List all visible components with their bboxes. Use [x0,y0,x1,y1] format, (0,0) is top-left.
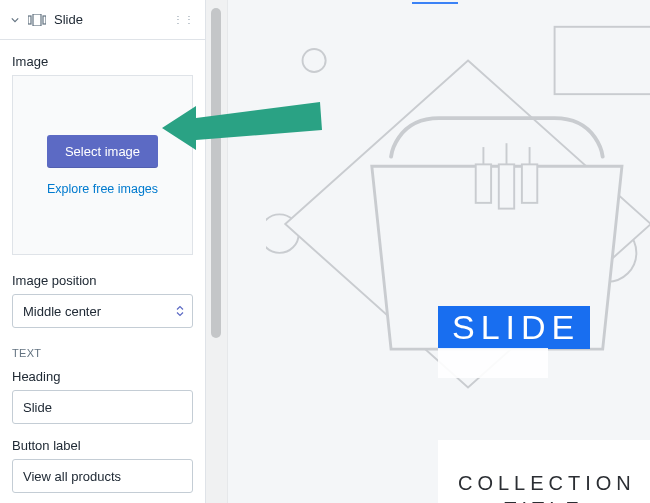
image-label: Image [12,54,193,69]
sidebar-header: Slide ⋮⋮ [0,0,205,40]
heading-input[interactable] [23,400,182,415]
svg-rect-6 [555,27,650,94]
theme-preview: SLIDE COLLECTION TITLE [228,0,650,503]
svg-rect-7 [476,164,491,202]
svg-rect-2 [43,16,46,24]
svg-rect-9 [522,164,537,202]
image-field: Image Select image Explore free images [12,54,193,255]
svg-rect-8 [499,164,514,208]
explore-free-images-link[interactable]: Explore free images [47,182,158,196]
heading-input-wrap [12,390,193,424]
button-label-input-wrap [12,459,193,493]
placeholder-illustration [266,22,650,503]
image-well: Select image Explore free images [12,75,193,255]
select-caret-icon [176,306,184,317]
settings-sidebar: Slide ⋮⋮ Image Select image Explore free… [0,0,206,503]
text-section-label: TEXT [12,347,193,359]
svg-rect-1 [33,14,41,26]
svg-rect-0 [28,16,31,24]
slide-icon [28,13,46,27]
preview-scrollbar-gutter [206,0,228,503]
image-position-value: Middle center [23,304,101,319]
svg-point-3 [303,49,326,72]
collection-title: COLLECTION TITLE [458,470,630,503]
button-label-label: Button label [12,438,193,453]
heading-field: Heading [12,369,193,424]
button-label-input[interactable] [23,469,182,484]
image-position-select[interactable]: Middle center [12,294,193,328]
collection-card: COLLECTION TITLE [438,440,650,503]
chevron-down-icon[interactable] [10,16,20,24]
settings-scroll-pane: Image Select image Explore free images I… [0,40,205,503]
heading-label: Heading [12,369,193,384]
slide-canvas: SLIDE COLLECTION TITLE [266,22,650,503]
slide-heading-badge: SLIDE [438,306,590,349]
slide-subheading-placeholder [438,348,548,378]
scrollbar-thumb[interactable] [211,8,221,338]
active-tab-indicator [412,2,458,4]
image-position-label: Image position [12,273,193,288]
button-label-field: Button label [12,438,193,493]
drag-handle-icon[interactable]: ⋮⋮ [173,14,195,25]
select-image-button[interactable]: Select image [47,135,158,168]
image-position-field: Image position Middle center [12,273,193,328]
sidebar-title: Slide [54,12,165,27]
